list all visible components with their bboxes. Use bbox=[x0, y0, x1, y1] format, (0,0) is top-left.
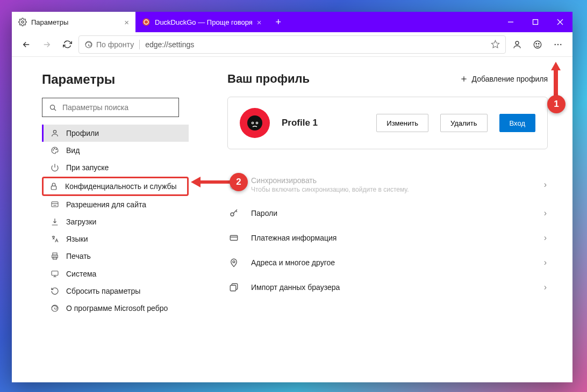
sidebar-title: Параметры bbox=[42, 72, 189, 87]
person-icon bbox=[50, 128, 60, 138]
chevron-right-icon: › bbox=[544, 282, 547, 292]
languages-icon bbox=[50, 234, 60, 244]
reset-icon bbox=[50, 286, 60, 296]
forward-button[interactable] bbox=[38, 35, 56, 54]
sidebar-item-site-permissions[interactable]: Разрешения для сайта bbox=[42, 196, 189, 213]
chevron-right-icon: › bbox=[544, 180, 547, 190]
svg-rect-28 bbox=[53, 253, 57, 255]
favorite-icon[interactable] bbox=[491, 40, 500, 49]
annotation-arrow-2-line bbox=[200, 180, 232, 184]
sidebar-item-startup[interactable]: При запуске bbox=[42, 159, 189, 176]
settings-search[interactable] bbox=[42, 98, 179, 117]
close-button[interactable] bbox=[548, 12, 572, 32]
svg-rect-31 bbox=[52, 271, 58, 275]
svg-point-12 bbox=[536, 43, 537, 44]
lock-icon bbox=[49, 182, 59, 191]
svg-point-41 bbox=[252, 122, 253, 124]
settings-sidebar: Параметры Профили Вид При запуске bbox=[12, 57, 203, 382]
signin-button[interactable]: Вход bbox=[499, 114, 535, 132]
maximize-button[interactable] bbox=[523, 12, 548, 32]
site-identity: По фронту bbox=[84, 40, 134, 49]
svg-point-11 bbox=[534, 41, 541, 48]
sidebar-item-label: Система bbox=[66, 269, 182, 279]
svg-rect-47 bbox=[230, 285, 236, 291]
settings-main: Ваш профиль Добавление профиля Profile 1… bbox=[203, 57, 572, 382]
plus-icon bbox=[460, 75, 468, 83]
window-controls bbox=[498, 12, 572, 32]
option-addresses[interactable]: Адреса и многое другое › bbox=[227, 250, 548, 275]
page-content: Параметры Профили Вид При запуске bbox=[12, 57, 572, 382]
avatar bbox=[240, 108, 270, 138]
sidebar-item-reset[interactable]: Сбросить параметры bbox=[42, 282, 189, 300]
sidebar-item-profiles[interactable]: Профили bbox=[42, 125, 189, 142]
titlebar: Параметры × DuckDuckGo — Проще говоря × … bbox=[12, 12, 572, 32]
url-text: edge://settings bbox=[145, 40, 194, 49]
tab-settings[interactable]: Параметры × bbox=[12, 12, 135, 32]
sidebar-item-privacy[interactable]: Конфиденциальность и службы bbox=[42, 177, 189, 196]
option-import[interactable]: Импорт данных браузера › bbox=[227, 275, 548, 300]
profile-card: Profile 1 Изменить Удалить Вход bbox=[227, 97, 548, 149]
location-icon bbox=[228, 258, 239, 267]
option-label: Синхронизировать bbox=[251, 176, 532, 185]
key-icon bbox=[228, 208, 239, 218]
annotation-badge-2: 2 bbox=[230, 173, 248, 191]
card-icon bbox=[228, 233, 239, 243]
settings-search-input[interactable] bbox=[62, 103, 172, 112]
option-label: Пароли bbox=[251, 209, 532, 217]
profile-button[interactable] bbox=[508, 35, 526, 54]
tab-duckduckgo[interactable]: DuckDuckGo — Проще говоря × bbox=[135, 12, 268, 32]
sidebar-item-label: Загрузки bbox=[66, 217, 182, 227]
gear-icon bbox=[18, 18, 27, 26]
sidebar-item-label: Разрешения для сайта bbox=[66, 200, 182, 209]
sidebar-item-label: Сбросить параметры bbox=[66, 286, 182, 296]
sidebar-list: Профили Вид При запуске Конфиденциальнос… bbox=[42, 125, 189, 317]
sidebar-item-system[interactable]: Система bbox=[42, 265, 189, 282]
svg-line-18 bbox=[54, 108, 56, 110]
svg-rect-24 bbox=[51, 186, 56, 190]
option-subtext: Чтобы включить синхронизацию, войдите в … bbox=[251, 186, 532, 193]
import-icon bbox=[228, 282, 239, 292]
option-passwords[interactable]: Пароли › bbox=[227, 201, 548, 226]
close-icon[interactable]: × bbox=[257, 18, 262, 27]
sidebar-item-languages[interactable]: Языки bbox=[42, 230, 189, 248]
site-brand-text: По фронту bbox=[96, 40, 134, 49]
sidebar-item-appearance[interactable]: Вид bbox=[42, 142, 189, 159]
page-title: Ваш профиль bbox=[227, 72, 310, 86]
chevron-right-icon: › bbox=[544, 258, 547, 267]
search-icon bbox=[49, 104, 57, 112]
edge-icon bbox=[84, 40, 93, 49]
tab-label: DuckDuckGo — Проще говоря bbox=[155, 18, 253, 26]
svg-point-10 bbox=[516, 41, 519, 45]
option-payments[interactable]: Платежная информация › bbox=[227, 226, 548, 250]
feedback-button[interactable] bbox=[528, 35, 547, 54]
sidebar-item-downloads[interactable]: Загрузки bbox=[42, 213, 189, 230]
sidebar-item-about[interactable]: О программе Microsoft ребро bbox=[42, 300, 189, 317]
back-button[interactable] bbox=[17, 35, 35, 54]
profile-name: Profile 1 bbox=[282, 118, 364, 128]
svg-point-3 bbox=[145, 20, 148, 24]
sidebar-item-label: Профили bbox=[66, 128, 182, 138]
address-bar[interactable]: По фронту edge://settings bbox=[78, 35, 506, 54]
divider bbox=[139, 40, 140, 49]
close-icon[interactable]: × bbox=[124, 18, 129, 27]
option-sync: Синхронизировать Чтобы включить синхрони… bbox=[227, 169, 548, 201]
download-icon bbox=[50, 217, 60, 227]
option-label: Адреса и многое другое bbox=[251, 258, 532, 267]
toolbar: По фронту edge://settings bbox=[12, 32, 572, 57]
sidebar-item-print[interactable]: Печать bbox=[42, 248, 189, 265]
main-header: Ваш профиль Добавление профиля bbox=[227, 72, 548, 86]
sidebar-item-label: Языки bbox=[66, 234, 182, 244]
add-profile-button[interactable]: Добавление профиля bbox=[460, 75, 548, 83]
menu-button[interactable] bbox=[549, 35, 567, 54]
edge-icon bbox=[50, 303, 60, 313]
new-tab-button[interactable]: + bbox=[268, 12, 289, 32]
svg-point-38 bbox=[247, 115, 262, 130]
edit-button[interactable]: Изменить bbox=[376, 114, 428, 132]
delete-button[interactable]: Удалить bbox=[440, 114, 488, 132]
add-profile-label: Добавление профиля bbox=[472, 75, 548, 83]
option-label: Импорт данных браузера bbox=[251, 283, 532, 292]
minimize-button[interactable] bbox=[498, 12, 523, 32]
annotation-arrow-1 bbox=[551, 62, 561, 70]
refresh-button[interactable] bbox=[58, 35, 76, 54]
sidebar-item-label: О программе Microsoft ребро bbox=[66, 303, 182, 313]
